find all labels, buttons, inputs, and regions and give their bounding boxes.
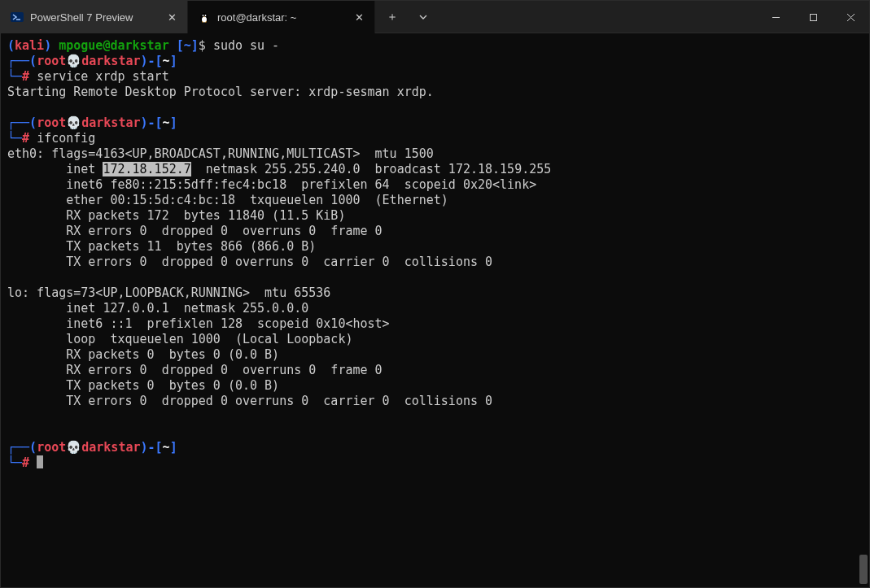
- tab-label: PowerShell 7 Preview: [30, 11, 158, 24]
- prompt-line: ┌──(root💀darkstar)-[~]: [7, 54, 177, 68]
- prompt-line: ┌──(root💀darkstar)-[~]: [7, 115, 177, 130]
- tab-root-darkstar[interactable]: root@darkstar: ~ ✕: [188, 1, 375, 33]
- output-line: RX packets 172 bytes 11840 (11.5 KiB): [7, 208, 345, 223]
- skull-icon: 💀: [66, 115, 81, 130]
- output-line: inet6 fe80::215:5dff:fec4:bc18 prefixlen…: [7, 177, 536, 192]
- cursor: [37, 455, 43, 468]
- svg-point-4: [203, 15, 204, 16]
- skull-icon: 💀: [66, 440, 81, 455]
- close-button[interactable]: [832, 1, 869, 33]
- window-controls: [757, 1, 869, 33]
- tab-dropdown-button[interactable]: [409, 1, 437, 33]
- prompt-line: └─# service xrdp start: [7, 69, 169, 84]
- tux-icon: [198, 11, 211, 24]
- powershell-icon: [11, 11, 24, 24]
- terminal-viewport[interactable]: (kali) mpogue@darkstar [~]$ sudo su - ┌─…: [1, 33, 869, 587]
- terminal-window: PowerShell 7 Preview ✕ root@darkstar: ~ …: [0, 0, 870, 588]
- prompt-line: └─#: [7, 455, 43, 470]
- output-line: RX errors 0 dropped 0 overruns 0 frame 0: [7, 363, 383, 377]
- output-line: TX packets 11 bytes 866 (866.0 B): [7, 239, 316, 254]
- output-line: eth0: flags=4163<UP,BROADCAST,RUNNING,MU…: [7, 146, 434, 161]
- close-icon[interactable]: ✕: [352, 10, 366, 24]
- prompt-line: (kali) mpogue@darkstar [~]$ sudo su -: [7, 38, 279, 53]
- output-line: inet6 ::1 prefixlen 128 scopeid 0x10<hos…: [7, 316, 390, 331]
- command: ifconfig: [37, 131, 95, 146]
- maximize-button[interactable]: [794, 1, 832, 33]
- output-line: Starting Remote Desktop Protocol server:…: [7, 85, 434, 99]
- output-line: RX errors 0 dropped 0 overruns 0 frame 0: [7, 224, 383, 238]
- output-line: TX packets 0 bytes 0 (0.0 B): [7, 378, 279, 393]
- tab-powershell[interactable]: PowerShell 7 Preview ✕: [1, 1, 188, 33]
- prompt-line: └─# ifconfig: [7, 131, 95, 146]
- svg-point-5: [205, 15, 207, 16]
- skull-icon: 💀: [66, 54, 81, 68]
- prompt-line: ┌──(root💀darkstar)-[~]: [7, 440, 177, 455]
- minimize-button[interactable]: [757, 1, 794, 33]
- output-line: TX errors 0 dropped 0 overruns 0 carrier…: [7, 394, 492, 408]
- svg-rect-7: [810, 14, 816, 20]
- tab-label: root@darkstar: ~: [217, 11, 345, 24]
- output-line: inet 172.18.152.7 netmask 255.255.240.0 …: [7, 162, 551, 176]
- output-line: TX errors 0 dropped 0 overruns 0 carrier…: [7, 255, 492, 269]
- selected-text: 172.18.152.7: [103, 162, 190, 176]
- output-line: inet 127.0.0.1 netmask 255.0.0.0: [7, 301, 308, 316]
- output-line: ether 00:15:5d:c4:bc:18 txqueuelen 1000 …: [7, 193, 448, 207]
- close-icon[interactable]: ✕: [164, 10, 179, 24]
- tab-actions: ＋: [375, 1, 437, 33]
- output-line: lo: flags=73<UP,LOOPBACK,RUNNING> mtu 65…: [7, 285, 330, 300]
- scrollbar-thumb[interactable]: [859, 555, 868, 584]
- tab-strip: PowerShell 7 Preview ✕ root@darkstar: ~ …: [1, 1, 437, 33]
- new-tab-button[interactable]: ＋: [378, 1, 406, 33]
- titlebar: PowerShell 7 Preview ✕ root@darkstar: ~ …: [1, 1, 869, 33]
- output-line: loop txqueuelen 1000 (Local Loopback): [7, 332, 352, 346]
- output-line: RX packets 0 bytes 0 (0.0 B): [7, 347, 279, 362]
- scrollbar[interactable]: [858, 33, 869, 586]
- command: service xrdp start: [37, 69, 169, 84]
